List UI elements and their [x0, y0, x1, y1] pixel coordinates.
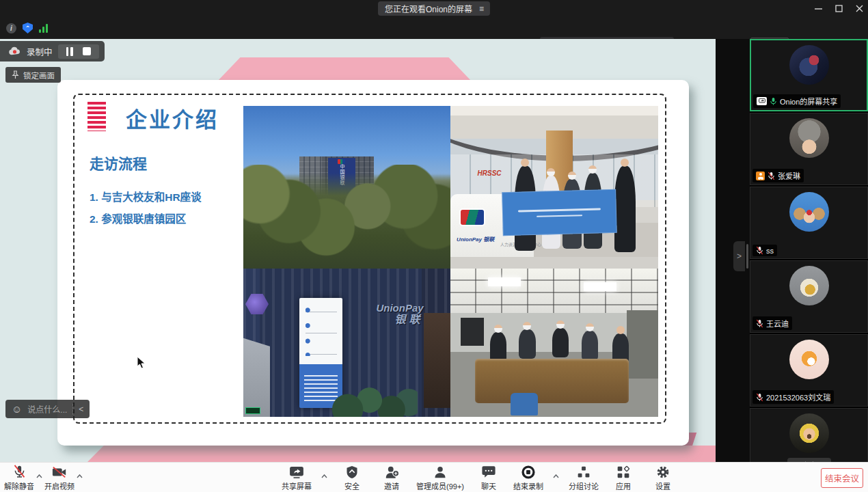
toolbar-center: 共享屏幕 安全 邀请 管理成员(99+): [282, 465, 678, 491]
toolbar-left: 解除静音 开启视频: [4, 465, 83, 491]
gear-icon: [656, 465, 670, 479]
mic-muted-icon: [756, 319, 763, 328]
settings-button[interactable]: 设置: [648, 465, 678, 491]
share-screen-button[interactable]: 共享屏幕: [282, 465, 312, 491]
photo-group: HRSSC UnionPay 银联 HR 人力资源共享服务中心: [450, 106, 658, 269]
minimize-button[interactable]: [813, 4, 823, 14]
watching-banner-text: 您正在观看Onion的屏幕: [385, 3, 472, 14]
participants-sidebar: Onion的屏幕共享 张爱琳: [750, 39, 868, 462]
participant-tile-screen-share[interactable]: Onion的屏幕共享: [750, 39, 868, 111]
maximize-button[interactable]: [834, 4, 843, 14]
participant-tile[interactable]: 2021532063刘文瑞: [750, 334, 868, 407]
art: [588, 165, 597, 174]
avatar: [789, 340, 829, 379]
stop-recording-button[interactable]: 结束录制: [513, 465, 543, 491]
participant-tile[interactable]: ss: [750, 187, 868, 259]
lobby-logo: UnionPay 银联: [376, 303, 423, 326]
art: [556, 320, 565, 329]
chat-button[interactable]: 聊天: [474, 465, 504, 491]
video-options-chevron[interactable]: [77, 469, 83, 481]
window-controls: [813, 0, 864, 17]
participant-tile[interactable]: 王云迪: [750, 260, 868, 333]
end-meeting-button[interactable]: 结束会议: [821, 468, 863, 488]
invite-label: 邀请: [384, 480, 399, 491]
art: [586, 323, 594, 331]
recording-bar: 录制中: [0, 41, 105, 62]
breakout-icon: [577, 465, 591, 479]
art: [475, 359, 629, 403]
emoji-icon[interactable]: ☺: [12, 404, 22, 414]
art: [490, 332, 506, 361]
share-screen-label: 共享屏幕: [282, 480, 312, 491]
photo-lobby: UnionPay 银联: [243, 269, 450, 417]
slide-deco-pink-top: [217, 57, 472, 81]
breakout-rooms-button[interactable]: 分组讨论: [569, 465, 599, 491]
art: [519, 329, 535, 359]
art: [243, 337, 270, 417]
security-shield-icon[interactable]: ⌃: [23, 23, 33, 33]
invite-person-icon: [385, 465, 399, 479]
participant-tile[interactable]: 张爱琳: [750, 113, 868, 185]
art: [461, 318, 483, 346]
mic-muted-icon: [756, 246, 763, 255]
share-screen-icon: [289, 465, 304, 479]
unmute-button[interactable]: 解除静音: [4, 465, 34, 491]
mic-muted-icon: [12, 465, 27, 479]
participant-name: 张爱琳: [778, 170, 800, 181]
slide-title: 企业介绍: [126, 102, 219, 133]
art: [488, 277, 521, 286]
start-video-label: 开启视频: [44, 480, 74, 491]
lobby-logo-en: UnionPay: [376, 303, 423, 314]
participant-name: Onion的屏幕共享: [780, 96, 837, 107]
security-label: 安全: [344, 480, 360, 491]
art: [450, 257, 658, 269]
meeting-info-icon[interactable]: i: [6, 23, 16, 33]
lock-view-button[interactable]: 锁定画面: [5, 67, 61, 83]
security-button[interactable]: 安全: [337, 465, 367, 491]
quick-chat-bar[interactable]: ☺ 说点什么... <: [5, 400, 90, 418]
stop-recording-button[interactable]: [83, 47, 91, 55]
watching-banner[interactable]: 您正在观看Onion的屏幕 ≡: [378, 1, 490, 16]
sidebar-collapse-handle[interactable]: >: [733, 241, 745, 271]
meeting-window: 您正在观看Onion的屏幕 ≡ i ⌃ 正在讲话: Onion;: [0, 0, 868, 492]
invite-button[interactable]: 邀请: [377, 465, 407, 491]
art: [616, 326, 625, 334]
slide-subtitle: 走访流程: [90, 152, 147, 173]
mic-options-chevron[interactable]: [36, 469, 42, 481]
art: [511, 393, 538, 415]
art: [494, 325, 502, 333]
start-video-button[interactable]: 开启视频: [44, 465, 74, 491]
mouse-cursor: [137, 356, 146, 370]
recording-label: 录制中: [27, 45, 53, 58]
art: [621, 159, 629, 167]
status-icons: i ⌃: [6, 23, 48, 33]
slide-photo-grid: 中国银联 HRSSC UnionPay 银联 HR 人力: [243, 106, 658, 417]
mic-muted-icon: [756, 393, 763, 402]
apps-button[interactable]: 应用: [608, 465, 638, 491]
art: [450, 269, 658, 313]
settings-label: 设置: [655, 480, 670, 491]
recording-options-chevron[interactable]: [553, 469, 559, 481]
security-shield-icon: [346, 465, 358, 479]
art: [552, 328, 569, 357]
meeting-info-menu-icon[interactable]: ≡: [479, 4, 483, 14]
participant-tile[interactable]: [750, 408, 868, 462]
unmute-label: 解除静音: [4, 480, 34, 491]
sidebar-grip[interactable]: [746, 244, 748, 269]
screen-share-view: 企业介绍 走访流程 1. 与吉大校友和HR座谈 2. 参观银联唐镇园区 中国银联: [0, 39, 716, 462]
slide-list-item: 1. 与吉大校友和HR座谈: [90, 189, 202, 204]
main-area: 企业介绍 走访流程 1. 与吉大校友和HR座谈 2. 参观银联唐镇园区 中国银联: [0, 39, 868, 462]
pause-recording-button[interactable]: [66, 47, 73, 56]
chat-collapse-icon[interactable]: <: [79, 405, 83, 414]
manage-members-button[interactable]: 管理成员(99+): [416, 465, 464, 491]
network-signal-icon[interactable]: [39, 24, 48, 33]
members-icon: [433, 465, 447, 479]
divider: [72, 404, 73, 415]
pin-icon: [12, 70, 19, 79]
art: [330, 381, 417, 417]
desk-logo-text: UnionPay 银联: [457, 235, 494, 243]
close-button[interactable]: [854, 4, 864, 14]
participant-label: Onion的屏幕共享: [753, 94, 841, 108]
chat-placeholder[interactable]: 说点什么...: [27, 403, 67, 415]
share-options-chevron[interactable]: [321, 469, 327, 481]
